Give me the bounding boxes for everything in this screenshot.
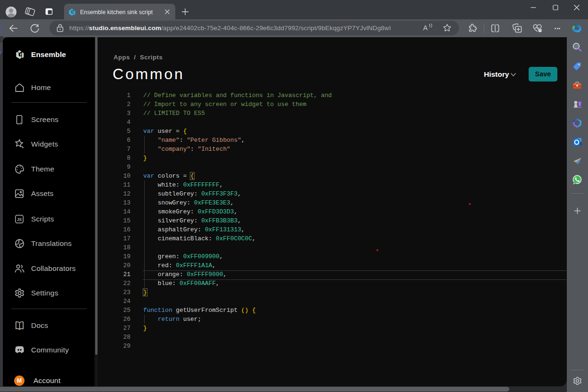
svg-text:JS: JS	[17, 217, 22, 221]
